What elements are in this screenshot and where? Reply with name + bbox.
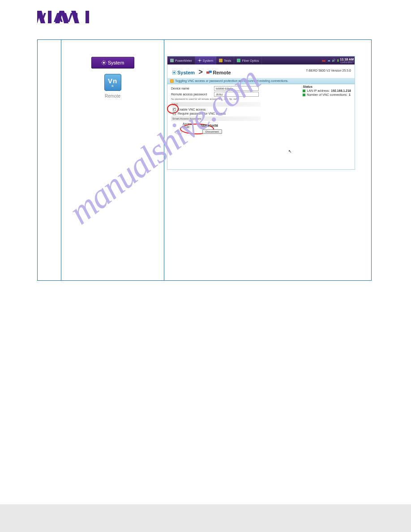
system-button-label: System — [108, 60, 124, 65]
warning-bar: !Toggling VNC access or password protect… — [167, 78, 355, 84]
status-vnc-label: Number of VNC connections: — [307, 93, 347, 97]
app-bar: PowerMeter System Tests Fiber Optic — [167, 56, 355, 64]
embedded-screenshot: PowerMeter System Tests Fiber Optic — [167, 56, 355, 170]
svg-line-19 — [102, 64, 103, 65]
require-password-checkbox[interactable] — [173, 112, 176, 115]
svg-rect-26 — [219, 59, 223, 62]
status-panel: Status LAN IP address: 192.168.1.218 Num… — [303, 85, 351, 97]
status-vnc-value: 1 — [349, 93, 351, 97]
remote-password-label: Remote access password — [171, 93, 214, 96]
disconnect-button[interactable]: Disconnect — [202, 129, 222, 134]
svg-line-35 — [176, 71, 176, 71]
saa-section: Smart Access Anywhere Access code: 38389… — [171, 116, 351, 134]
gear-icon — [198, 59, 201, 62]
svg-line-36 — [172, 73, 173, 74]
svg-line-18 — [105, 61, 106, 62]
svg-line-33 — [172, 71, 173, 71]
warning-icon: ! — [170, 79, 174, 83]
device-name-label: Device name — [171, 87, 214, 90]
svg-rect-38 — [209, 70, 212, 73]
clock: 11:18 AM 11/01/2017 — [340, 58, 354, 64]
svg-line-17 — [105, 64, 106, 65]
access-code-label: Access code: — [183, 122, 201, 129]
tab-label: System — [203, 59, 213, 62]
svg-line-34 — [176, 73, 176, 74]
status-ip-label: LAN IP address: — [307, 89, 330, 93]
svg-line-16 — [102, 61, 103, 62]
crumb-remote: Remote — [213, 70, 231, 75]
gear-icon — [101, 60, 107, 65]
clock-time: 11:18 AM — [340, 58, 354, 61]
status-header: Status — [303, 85, 351, 88]
password-note: No password is used for all remote acces… — [171, 98, 351, 100]
crumb-system[interactable]: System — [177, 70, 195, 75]
viavi-logo-text: VIAVI — [37, 10, 80, 25]
svg-rect-10 — [86, 11, 89, 23]
cursor-icon: ↖ — [288, 149, 292, 154]
svg-rect-27 — [237, 59, 240, 62]
device-name-input[interactable]: tb5800-92fe9a — [214, 86, 259, 91]
system-button-graphic: System — [91, 57, 134, 69]
warning-text: Toggling VNC access or password protecti… — [175, 79, 288, 82]
status-ip-value: 192.168.1.218 — [331, 89, 351, 93]
enable-vnc-checkbox[interactable] — [173, 108, 176, 111]
svg-rect-20 — [170, 59, 174, 62]
meter-icon — [170, 59, 174, 62]
svg-point-11 — [103, 62, 105, 64]
require-password-row[interactable]: Require password for VNC access — [171, 112, 351, 115]
column-step — [38, 40, 61, 281]
column-screenshot: PowerMeter System Tests Fiber Optic — [164, 40, 372, 281]
saa-section-header: Smart Access Anywhere — [171, 116, 261, 121]
main-panel: Status LAN IP address: 192.168.1.218 Num… — [167, 84, 355, 169]
tab-label: Tests — [224, 59, 231, 62]
layout-table: System Vn c Remote PowerMeter — [37, 39, 372, 281]
require-password-label: Require password for VNC access — [178, 112, 226, 115]
tab-powermeter[interactable]: PowerMeter — [167, 56, 195, 64]
tab-label: Fiber Optics — [242, 59, 259, 62]
fiber-icon — [237, 59, 240, 62]
page-footer — [0, 504, 411, 532]
tests-icon — [219, 59, 223, 62]
enable-vnc-row[interactable]: Enable VNC access — [171, 108, 351, 111]
status-indicator-icon — [303, 94, 305, 96]
status-indicator-icon — [303, 90, 305, 92]
tab-label: PowerMeter — [175, 59, 192, 62]
remote-password-input[interactable]: JDSU — [214, 92, 259, 97]
version-label: T-BERD 5800 V2 Version 25.5.0 — [306, 69, 351, 72]
remote-icon — [206, 70, 212, 75]
gear-icon — [172, 70, 176, 75]
network-icon: ☁ — [327, 59, 330, 62]
crumb-sep: > — [197, 68, 205, 76]
tab-tests[interactable]: Tests — [216, 56, 234, 64]
tab-system[interactable]: System — [195, 56, 216, 64]
breadcrumb: System > Remote T-BERD 5800 V2 Version 2… — [167, 64, 355, 78]
remote-label: Remote — [61, 94, 164, 99]
vnc-section-header: VNC — [171, 102, 261, 107]
battery-icon: ▮ — [337, 59, 339, 62]
column-action: System Vn c Remote — [61, 40, 164, 281]
clock-date: 11/01/2017 — [340, 61, 354, 64]
access-code-value: 3838974458 — [201, 124, 218, 127]
volume-icon: 🔊 — [332, 59, 336, 62]
nc-icon: nc — [322, 59, 325, 62]
tab-fiberoptics[interactable]: Fiber Optics — [234, 56, 262, 64]
enable-vnc-label: Enable VNC access — [178, 108, 206, 111]
svg-point-21 — [199, 60, 200, 61]
cloud-icon — [175, 129, 183, 135]
vnc-icon: Vn c — [104, 74, 121, 91]
svg-point-28 — [173, 72, 175, 73]
